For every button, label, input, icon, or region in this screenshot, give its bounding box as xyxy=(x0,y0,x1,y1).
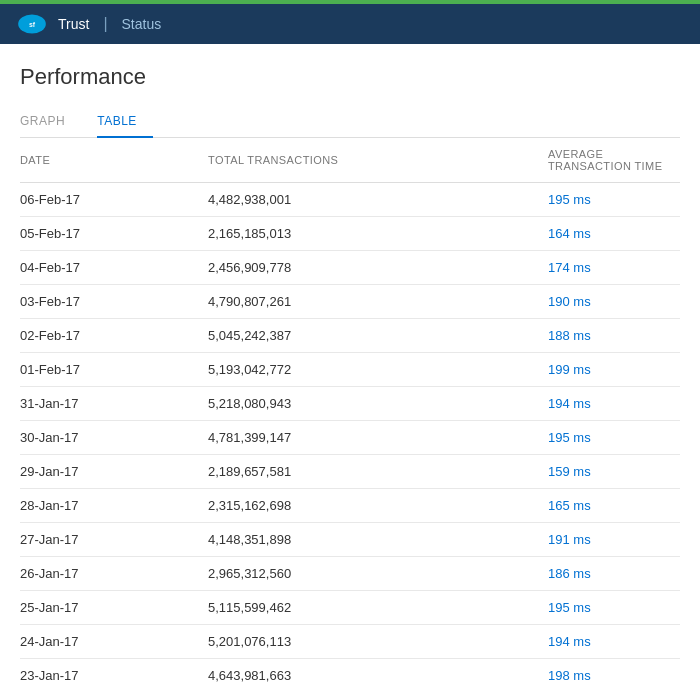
cell-date: 01-Feb-17 xyxy=(20,353,200,387)
table-row: 28-Jan-172,315,162,698165 ms xyxy=(20,489,680,523)
cell-avg-time: 165 ms xyxy=(540,489,680,523)
col-header-avg-time: AVERAGE TRANSACTION TIME xyxy=(540,138,680,183)
header-divider: | xyxy=(103,15,107,33)
col-header-total-transactions: TOTAL TRANSACTIONS xyxy=(200,138,540,183)
cell-avg-time: 194 ms xyxy=(540,625,680,659)
table-header-row: DATE TOTAL TRANSACTIONS AVERAGE TRANSACT… xyxy=(20,138,680,183)
col-header-date: DATE xyxy=(20,138,200,183)
cell-avg-time: 198 ms xyxy=(540,659,680,687)
cell-total-transactions: 5,045,242,387 xyxy=(200,319,540,353)
cell-total-transactions: 4,148,351,898 xyxy=(200,523,540,557)
table-row: 06-Feb-174,482,938,001195 ms xyxy=(20,183,680,217)
table-row: 26-Jan-172,965,312,560186 ms xyxy=(20,557,680,591)
cell-total-transactions: 4,781,399,147 xyxy=(200,421,540,455)
cell-date: 27-Jan-17 xyxy=(20,523,200,557)
cell-total-transactions: 2,165,185,013 xyxy=(200,217,540,251)
cell-avg-time: 174 ms xyxy=(540,251,680,285)
site-header: sf Trust | Status xyxy=(0,4,700,44)
cell-total-transactions: 2,965,312,560 xyxy=(200,557,540,591)
table-row: 02-Feb-175,045,242,387188 ms xyxy=(20,319,680,353)
table-row: 27-Jan-174,148,351,898191 ms xyxy=(20,523,680,557)
cell-avg-time: 199 ms xyxy=(540,353,680,387)
cell-date: 30-Jan-17 xyxy=(20,421,200,455)
cell-avg-time: 195 ms xyxy=(540,183,680,217)
tab-graph[interactable]: GRAPH xyxy=(20,106,81,138)
main-content: Performance GRAPH TABLE DATE TOTAL TRANS… xyxy=(0,44,700,686)
cell-date: 31-Jan-17 xyxy=(20,387,200,421)
cell-total-transactions: 4,643,981,663 xyxy=(200,659,540,687)
cell-date: 03-Feb-17 xyxy=(20,285,200,319)
cell-avg-time: 188 ms xyxy=(540,319,680,353)
cell-avg-time: 164 ms xyxy=(540,217,680,251)
table-row: 01-Feb-175,193,042,772199 ms xyxy=(20,353,680,387)
svg-text:sf: sf xyxy=(29,21,36,28)
cell-avg-time: 190 ms xyxy=(540,285,680,319)
performance-table: DATE TOTAL TRANSACTIONS AVERAGE TRANSACT… xyxy=(20,138,680,686)
table-row: 03-Feb-174,790,807,261190 ms xyxy=(20,285,680,319)
cell-avg-time: 191 ms xyxy=(540,523,680,557)
cell-total-transactions: 2,456,909,778 xyxy=(200,251,540,285)
cell-date: 24-Jan-17 xyxy=(20,625,200,659)
cell-date: 25-Jan-17 xyxy=(20,591,200,625)
cell-avg-time: 195 ms xyxy=(540,421,680,455)
tab-bar: GRAPH TABLE xyxy=(20,106,680,138)
tab-table[interactable]: TABLE xyxy=(97,106,153,138)
cell-total-transactions: 5,201,076,113 xyxy=(200,625,540,659)
cell-total-transactions: 5,115,599,462 xyxy=(200,591,540,625)
cell-date: 26-Jan-17 xyxy=(20,557,200,591)
cell-total-transactions: 2,189,657,581 xyxy=(200,455,540,489)
cell-date: 05-Feb-17 xyxy=(20,217,200,251)
cell-total-transactions: 4,482,938,001 xyxy=(200,183,540,217)
header-status-label: Status xyxy=(122,16,162,32)
cell-date: 04-Feb-17 xyxy=(20,251,200,285)
table-row: 24-Jan-175,201,076,113194 ms xyxy=(20,625,680,659)
table-row: 31-Jan-175,218,080,943194 ms xyxy=(20,387,680,421)
cell-avg-time: 195 ms xyxy=(540,591,680,625)
cell-avg-time: 159 ms xyxy=(540,455,680,489)
salesforce-logo-icon: sf xyxy=(16,13,48,35)
table-row: 04-Feb-172,456,909,778174 ms xyxy=(20,251,680,285)
table-row: 30-Jan-174,781,399,147195 ms xyxy=(20,421,680,455)
cell-date: 06-Feb-17 xyxy=(20,183,200,217)
cell-avg-time: 194 ms xyxy=(540,387,680,421)
cell-date: 23-Jan-17 xyxy=(20,659,200,687)
header-trust-label: Trust xyxy=(58,16,89,32)
table-row: 29-Jan-172,189,657,581159 ms xyxy=(20,455,680,489)
table-row: 25-Jan-175,115,599,462195 ms xyxy=(20,591,680,625)
cell-date: 29-Jan-17 xyxy=(20,455,200,489)
cell-avg-time: 186 ms xyxy=(540,557,680,591)
cell-total-transactions: 5,218,080,943 xyxy=(200,387,540,421)
cell-total-transactions: 2,315,162,698 xyxy=(200,489,540,523)
cell-total-transactions: 5,193,042,772 xyxy=(200,353,540,387)
cell-date: 02-Feb-17 xyxy=(20,319,200,353)
cell-total-transactions: 4,790,807,261 xyxy=(200,285,540,319)
cell-date: 28-Jan-17 xyxy=(20,489,200,523)
page-title: Performance xyxy=(20,64,680,90)
table-row: 05-Feb-172,165,185,013164 ms xyxy=(20,217,680,251)
table-row: 23-Jan-174,643,981,663198 ms xyxy=(20,659,680,687)
